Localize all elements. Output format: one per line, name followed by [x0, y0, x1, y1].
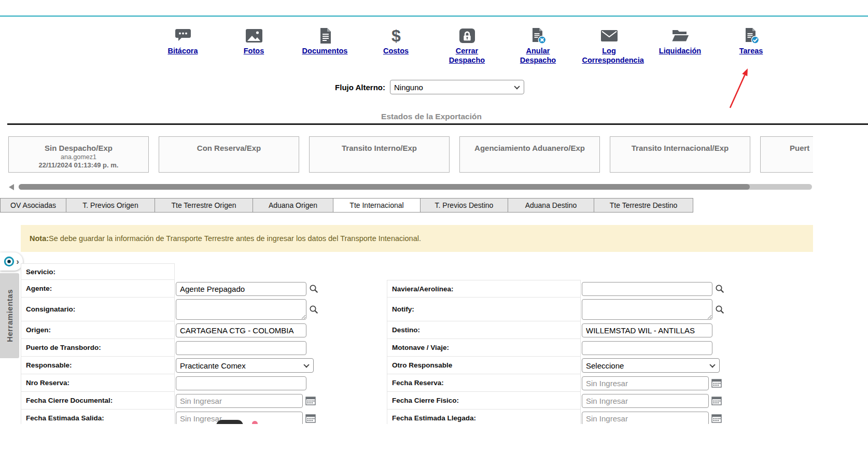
status-card-datetime: 22/11/2024 01:13:49 p. m.	[9, 161, 148, 169]
toolbar-link-log-correspondencia[interactable]: Log Correspondencia	[582, 46, 636, 65]
toolbar-item-costos[interactable]: $ Costos	[360, 26, 431, 65]
field-label-consignatario: Consignatario:	[21, 298, 175, 321]
cutoff-pink-element	[252, 421, 258, 424]
tab-aduana-origen[interactable]: Aduana Origen	[253, 198, 333, 213]
folder-icon[interactable]	[671, 26, 690, 45]
fecha-estimada-llegada-input[interactable]	[582, 412, 709, 425]
toolbar-item-documentos[interactable]: Documentos	[289, 26, 360, 65]
cutoff-dark-element	[216, 420, 243, 424]
field-label-agente: Agente:	[21, 280, 175, 298]
status-card-partial: Puert	[760, 136, 813, 173]
search-icon[interactable]	[715, 284, 724, 293]
note-banner: Nota:Se debe guardar la información de T…	[21, 225, 813, 252]
tools-toggle-button[interactable]: ›	[0, 252, 23, 271]
tab-tte-internacional[interactable]: Tte Internacional	[333, 198, 421, 213]
tab-tte-terrestre-destino[interactable]: Tte Terrestre Destino	[594, 198, 693, 213]
status-card-transito-internacional: Transito Internacional/Exp	[610, 136, 750, 173]
toolbar-item-log-correspondencia[interactable]: Log Correspondencia	[573, 26, 645, 65]
toolbar-link-bitacora[interactable]: Bitácora	[167, 46, 198, 55]
field-label-otro-responsable: Otro Responsable	[387, 357, 581, 374]
toolbar-item-liquidacion[interactable]: Liquidación	[645, 26, 716, 65]
calendar-icon[interactable]	[305, 414, 316, 423]
toolbar-link-documentos[interactable]: Documentos	[302, 46, 348, 55]
scroll-left-arrow[interactable]	[9, 184, 14, 190]
fecha-cierre-documental-input[interactable]	[176, 394, 303, 408]
toolbar-link-liquidacion[interactable]: Liquidación	[659, 46, 701, 55]
toolbar-item-cerrar-despacho[interactable]: Cerrar Despacho	[431, 26, 502, 65]
horizontal-scrollbar-track[interactable]	[19, 184, 812, 190]
toolbar-item-bitacora[interactable]: Bitácora	[147, 26, 218, 65]
status-cards-strip: Sin Despacho/Exp ana.gomez1 22/11/2024 0…	[8, 136, 813, 174]
toolbar-link-cerrar-despacho[interactable]: Cerrar Despacho	[440, 46, 494, 65]
field-label-origen: Origen:	[21, 321, 175, 339]
calendar-icon[interactable]	[711, 378, 722, 388]
field-label-notify: Notify:	[387, 298, 581, 321]
status-card-sin-despacho: Sin Despacho/Exp ana.gomez1 22/11/2024 0…	[8, 136, 149, 173]
destino-input[interactable]	[582, 323, 712, 337]
status-card-con-reserva: Con Reserva/Exp	[159, 136, 299, 173]
consignatario-textarea[interactable]	[176, 299, 306, 320]
motonave-input[interactable]	[582, 341, 712, 355]
status-card-title: Sin Despacho/Exp	[9, 144, 148, 152]
responsable-select[interactable]: Practicante Comex	[176, 358, 314, 373]
toolbar-link-costos[interactable]: Costos	[383, 46, 409, 55]
status-card-title: Transito Internacional/Exp	[610, 144, 750, 152]
fecha-cierre-fisico-input[interactable]	[582, 394, 709, 408]
field-label-naviera: Naviera/Aerolínea:	[387, 280, 581, 298]
toolbar-item-tareas[interactable]: Tareas	[716, 26, 787, 65]
horizontal-scrollbar-thumb[interactable]	[19, 184, 750, 190]
calendar-icon[interactable]	[711, 396, 722, 405]
red-arrow-annotation	[718, 57, 759, 111]
toolbar-link-anular-despacho[interactable]: Anular Despacho	[511, 46, 565, 65]
lock-icon[interactable]	[458, 26, 477, 45]
status-card-user: ana.gomez1	[9, 153, 148, 161]
status-card-agenciamiento-aduanero: Agenciamiento Aduanero/Exp	[459, 136, 600, 173]
notify-textarea[interactable]	[582, 299, 712, 320]
naviera-input[interactable]	[582, 282, 712, 296]
nro-reserva-input[interactable]	[176, 376, 306, 390]
field-label-destino: Destino:	[387, 321, 581, 339]
envelope-icon[interactable]	[600, 26, 619, 45]
calendar-icon[interactable]	[305, 396, 316, 405]
search-icon[interactable]	[715, 305, 724, 314]
toolbar-item-anular-despacho[interactable]: Anular Despacho	[502, 26, 573, 65]
export-despacho-page: { "toolbar": { "items": [ {"label": "Bit…	[0, 0, 868, 452]
fecha-reserva-input[interactable]	[582, 376, 709, 390]
tools-logo-icon	[4, 256, 15, 267]
search-icon[interactable]	[309, 284, 318, 293]
tab-previos-origen[interactable]: T. Previos Origen	[66, 198, 155, 213]
tab-previos-destino[interactable]: T. Previos Destino	[420, 198, 508, 213]
calendar-icon[interactable]	[711, 414, 722, 423]
photo-icon[interactable]	[245, 26, 263, 45]
field-label-fecha-estimada-salida: Fecha Estimada Salida:	[21, 409, 175, 424]
field-label-responsable: Responsable:	[21, 357, 175, 374]
toolbar-link-fotos[interactable]: Fotos	[244, 46, 264, 55]
note-prefix: Nota:	[30, 234, 49, 243]
flujo-alterno-select[interactable]: Ninguno	[390, 80, 524, 94]
status-card-title: Transito Interno/Exp	[310, 144, 449, 152]
origen-input[interactable]	[176, 323, 306, 337]
field-label-nro-reserva: Nro Reserva:	[21, 374, 175, 392]
toolbar-link-tareas[interactable]: Tareas	[739, 46, 763, 55]
status-card-transito-interno: Transito Interno/Exp	[309, 136, 450, 173]
tab-aduana-destino[interactable]: Aduana Destino	[508, 198, 594, 213]
tab-ov-asociadas[interactable]: OV Asociadas	[0, 198, 66, 213]
tab-tte-terrestre-origen[interactable]: Tte Terrestre Origen	[155, 198, 253, 213]
status-card-title: Agenciamiento Aduanero/Exp	[460, 144, 599, 152]
empty-cell	[387, 263, 581, 280]
chat-icon[interactable]	[174, 26, 192, 45]
dollar-icon[interactable]: $	[387, 26, 405, 45]
field-label-puerto-transbordo: Puerto de Transbordo:	[21, 339, 175, 357]
otro-responsable-select[interactable]: Seleccione	[582, 358, 720, 373]
document-icon[interactable]	[316, 26, 334, 45]
sidebar-tab-herramientas[interactable]: Herramientas	[0, 273, 19, 358]
agente-input[interactable]	[176, 282, 306, 296]
cancel-document-icon[interactable]	[529, 26, 548, 45]
puerto-transbordo-input[interactable]	[176, 341, 306, 355]
flujo-alterno-label: Flujo Alterno:	[231, 83, 385, 92]
tasks-check-icon[interactable]	[742, 26, 761, 45]
status-card-title: Puert	[790, 144, 813, 152]
toolbar-item-fotos[interactable]: Fotos	[218, 26, 289, 65]
search-icon[interactable]	[309, 305, 318, 314]
top-divider	[0, 16, 868, 17]
